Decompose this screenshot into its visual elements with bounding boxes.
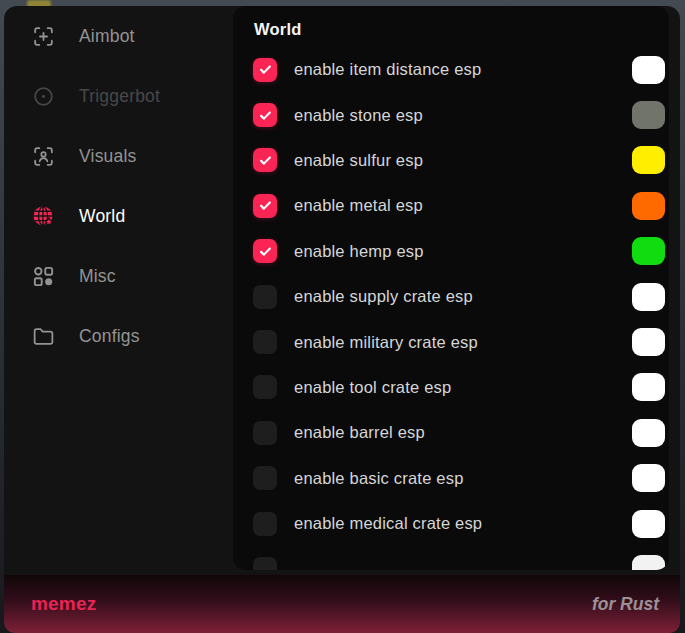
color-swatch[interactable] xyxy=(632,419,665,447)
setting-label: enable tool crate esp xyxy=(294,378,451,397)
setting-label: enable barrel esp xyxy=(294,423,425,442)
configs-icon xyxy=(31,324,56,349)
cheat-menu-window: AimbotTriggerbotVisualsWorldMiscConfigs … xyxy=(4,6,680,633)
visuals-icon xyxy=(31,144,56,169)
checkbox-unchecked[interactable] xyxy=(253,375,277,399)
sidebar-item-label: Visuals xyxy=(79,146,137,167)
checkbox-unchecked[interactable] xyxy=(253,512,277,536)
world-panel: World enable item distance espenable sto… xyxy=(233,6,669,570)
screen: AimbotTriggerbotVisualsWorldMiscConfigs … xyxy=(0,0,685,633)
color-swatch[interactable] xyxy=(632,237,665,265)
setting-row: enable military crate esp xyxy=(233,319,669,364)
sidebar-item-label: Aimbot xyxy=(79,26,135,47)
checkbox-checked[interactable] xyxy=(253,239,277,263)
check-icon xyxy=(258,62,273,77)
world-icon xyxy=(31,204,56,229)
checkbox-unchecked[interactable] xyxy=(253,330,277,354)
color-swatch[interactable] xyxy=(632,101,665,129)
sidebar-item-aimbot[interactable]: Aimbot xyxy=(4,6,233,66)
setting-label: enable stone esp xyxy=(294,106,423,125)
misc-icon xyxy=(31,264,56,289)
checkbox-checked[interactable] xyxy=(253,194,277,218)
checkbox-unchecked[interactable] xyxy=(253,466,277,490)
setting-label: enable basic crate esp xyxy=(294,469,464,488)
settings-list[interactable]: enable item distance espenable stone esp… xyxy=(233,47,669,570)
setting-label: enable supply crate esp xyxy=(294,287,473,306)
check-icon xyxy=(258,153,273,168)
color-swatch[interactable] xyxy=(632,464,665,492)
triggerbot-icon xyxy=(31,84,56,109)
sidebar-item-label: World xyxy=(79,206,125,227)
setting-label: enable medical crate esp xyxy=(294,514,482,533)
setting-row: enable metal esp xyxy=(233,183,669,228)
color-swatch[interactable] xyxy=(632,510,665,538)
panel-title: World xyxy=(233,6,669,47)
sidebar-item-label: Triggerbot xyxy=(79,86,160,107)
color-swatch[interactable] xyxy=(632,146,665,174)
setting-row: enable basic crate esp xyxy=(233,456,669,501)
sidebar-nav: AimbotTriggerbotVisualsWorldMiscConfigs xyxy=(4,6,233,573)
setting-label: enable hemp esp xyxy=(294,242,424,261)
setting-row: enable hemp esp xyxy=(233,229,669,274)
aimbot-icon xyxy=(31,24,56,49)
checkbox-unchecked[interactable] xyxy=(253,285,277,309)
checkbox-checked[interactable] xyxy=(253,148,277,172)
sidebar-item-visuals[interactable]: Visuals xyxy=(4,126,233,186)
color-swatch[interactable] xyxy=(632,283,665,311)
setting-row: enable supply crate esp xyxy=(233,274,669,319)
sidebar-item-misc[interactable]: Misc xyxy=(4,246,233,306)
color-swatch[interactable] xyxy=(632,555,665,570)
setting-row: enable sulfur esp xyxy=(233,138,669,183)
setting-label: enable item distance esp xyxy=(294,60,481,79)
color-swatch[interactable] xyxy=(632,328,665,356)
setting-row: enable barrel esp xyxy=(233,410,669,455)
sidebar-item-configs[interactable]: Configs xyxy=(4,306,233,366)
color-swatch[interactable] xyxy=(632,56,665,84)
setting-label: enable military crate esp xyxy=(294,333,478,352)
checkbox-checked[interactable] xyxy=(253,58,277,82)
brand-suffix: for Rust xyxy=(592,594,659,615)
setting-row: enable tool crate esp xyxy=(233,365,669,410)
checkbox-unchecked[interactable] xyxy=(253,421,277,445)
color-swatch[interactable] xyxy=(632,373,665,401)
sidebar-item-label: Misc xyxy=(79,266,116,287)
setting-row xyxy=(233,546,669,570)
setting-row: enable medical crate esp xyxy=(233,501,669,546)
check-icon xyxy=(258,244,273,259)
setting-label: enable sulfur esp xyxy=(294,151,423,170)
check-icon xyxy=(258,198,273,213)
sidebar-item-world[interactable]: World xyxy=(4,186,233,246)
checkbox-checked[interactable] xyxy=(253,103,277,127)
checkbox-unchecked[interactable] xyxy=(253,557,277,570)
sidebar-item-triggerbot[interactable]: Triggerbot xyxy=(4,66,233,126)
setting-row: enable item distance esp xyxy=(233,47,669,92)
setting-label: enable metal esp xyxy=(294,196,423,215)
brand-name: memez xyxy=(31,593,96,615)
sidebar-item-label: Configs xyxy=(79,326,140,347)
setting-row: enable stone esp xyxy=(233,92,669,137)
color-swatch[interactable] xyxy=(632,192,665,220)
footer-bar: memez for Rust xyxy=(4,575,680,633)
check-icon xyxy=(258,108,273,123)
